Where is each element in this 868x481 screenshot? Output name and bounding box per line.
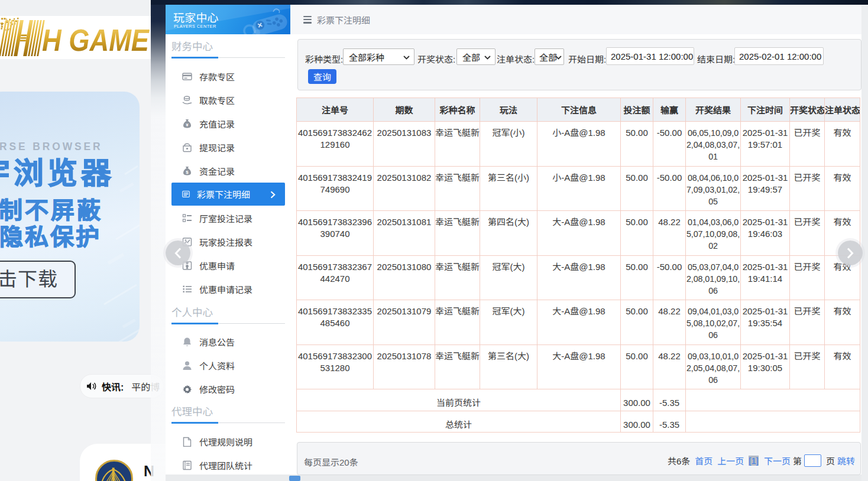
svg-text:H GAME: H GAME xyxy=(42,23,150,57)
svg-text:¥: ¥ xyxy=(186,122,189,128)
svg-text:$: $ xyxy=(186,170,189,175)
